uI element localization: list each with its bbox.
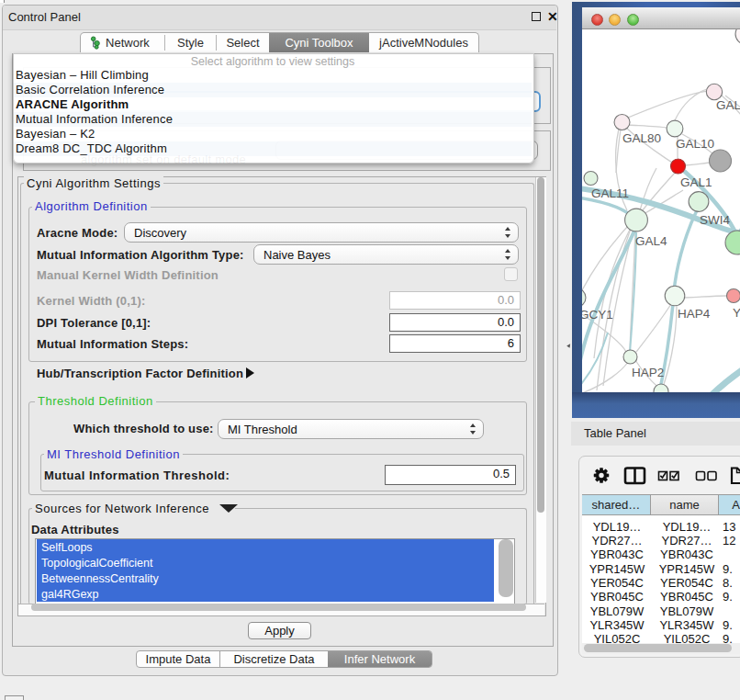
svg-text:GAL4: GAL4 (635, 234, 667, 248)
svg-text:HAP2: HAP2 (632, 366, 664, 379)
svg-text:GAL10: GAL10 (676, 137, 714, 151)
svg-text:Y: Y (733, 306, 740, 320)
svg-text:GAL80: GAL80 (622, 131, 661, 145)
svg-text:GAL1: GAL1 (680, 175, 712, 189)
svg-text:GAL11: GAL11 (591, 186, 629, 200)
svg-text:GAL7: GAL7 (716, 98, 740, 112)
svg-text:SWI4: SWI4 (700, 213, 730, 227)
svg-text:HAP4: HAP4 (678, 307, 711, 321)
svg-text:GCY1: GCY1 (582, 308, 613, 322)
